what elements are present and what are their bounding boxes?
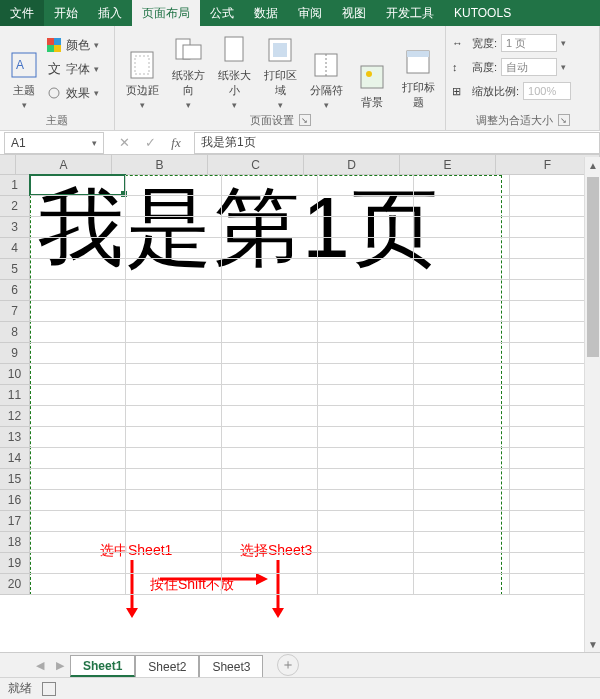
background-button[interactable]: 背景 bbox=[351, 30, 393, 110]
effects-icon bbox=[46, 85, 62, 101]
sheet-tab-3[interactable]: Sheet3 bbox=[199, 655, 263, 677]
scale-icon: ⊞ bbox=[452, 85, 468, 98]
svg-rect-16 bbox=[361, 66, 383, 88]
tab-view[interactable]: 视图 bbox=[332, 0, 376, 26]
row-header-3[interactable]: 3 bbox=[0, 217, 30, 238]
svg-rect-11 bbox=[225, 37, 243, 61]
print-titles-button[interactable]: 打印标题 bbox=[397, 30, 439, 110]
row-header-14[interactable]: 14 bbox=[0, 448, 30, 469]
sheet-tab-bar: ◀ ▶ Sheet1 Sheet2 Sheet3 ＋ bbox=[0, 652, 600, 677]
margins-button[interactable]: 页边距▾ bbox=[121, 30, 163, 110]
fx-icon[interactable]: fx bbox=[166, 135, 186, 151]
cells-area[interactable]: 我是第1页 选中Sheet1 选择Sheet3 按住Shift不放 bbox=[30, 175, 600, 595]
fonts-button[interactable]: 文字体▾ bbox=[46, 58, 99, 80]
name-box[interactable]: A1▾ bbox=[4, 132, 104, 154]
width-field[interactable]: 1 页 bbox=[501, 34, 557, 52]
themes-icon: A bbox=[8, 49, 40, 81]
row-header-6[interactable]: 6 bbox=[0, 280, 30, 301]
effects-button[interactable]: 效果▾ bbox=[46, 82, 99, 104]
row-header-9[interactable]: 9 bbox=[0, 343, 30, 364]
chevron-down-icon: ▾ bbox=[324, 100, 329, 110]
tab-file[interactable]: 文件 bbox=[0, 0, 44, 26]
width-icon: ↔ bbox=[452, 37, 468, 49]
themes-label: 主题 bbox=[13, 83, 35, 98]
svg-rect-10 bbox=[183, 45, 201, 59]
row-header-2[interactable]: 2 bbox=[0, 196, 30, 217]
chevron-down-icon: ▾ bbox=[561, 38, 566, 48]
row-header-8[interactable]: 8 bbox=[0, 322, 30, 343]
vertical-scrollbar[interactable]: ▲ ▼ bbox=[584, 157, 600, 652]
grid-area: ABCDEF 1234567891011121314151617181920 我… bbox=[0, 155, 600, 652]
cancel-icon[interactable]: ✕ bbox=[114, 135, 134, 150]
scroll-thumb[interactable] bbox=[587, 177, 599, 357]
row-header-13[interactable]: 13 bbox=[0, 427, 30, 448]
select-all-corner[interactable] bbox=[0, 155, 16, 175]
colors-icon bbox=[46, 37, 62, 53]
row-headers: 1234567891011121314151617181920 bbox=[0, 175, 30, 595]
row-header-19[interactable]: 19 bbox=[0, 553, 30, 574]
print-titles-icon bbox=[402, 46, 434, 78]
size-button[interactable]: 纸张大小▾ bbox=[213, 30, 255, 110]
chevron-down-icon: ▾ bbox=[232, 100, 237, 110]
chevron-down-icon: ▾ bbox=[561, 62, 566, 72]
dialog-launcher[interactable]: ↘ bbox=[299, 114, 311, 126]
row-header-11[interactable]: 11 bbox=[0, 385, 30, 406]
group-label-scale: 调整为合适大小 bbox=[476, 113, 553, 128]
tab-data[interactable]: 数据 bbox=[244, 0, 288, 26]
scroll-up-icon[interactable]: ▲ bbox=[585, 157, 600, 173]
breaks-button[interactable]: 分隔符▾ bbox=[305, 30, 347, 110]
group-page-setup: 页边距▾ 纸张方向▾ 纸张大小▾ 打印区域▾ 分隔符▾ 背景 打印标题 页面设置… bbox=[115, 26, 446, 130]
tab-page-layout[interactable]: 页面布局 bbox=[132, 0, 200, 26]
row-header-20[interactable]: 20 bbox=[0, 574, 30, 595]
svg-rect-5 bbox=[54, 45, 61, 52]
chevron-down-icon: ▾ bbox=[92, 138, 97, 148]
themes-button[interactable]: A 主题 ▾ bbox=[6, 30, 42, 110]
chevron-down-icon: ▾ bbox=[94, 88, 99, 98]
svg-rect-3 bbox=[54, 38, 61, 45]
tab-kutools[interactable]: KUTOOLS bbox=[444, 0, 521, 26]
row-header-10[interactable]: 10 bbox=[0, 364, 30, 385]
svg-rect-14 bbox=[315, 54, 337, 76]
group-scale: ↔宽度:1 页▾ ↕高度:自动▾ ⊞缩放比例:100% 调整为合适大小↘ bbox=[446, 26, 600, 130]
height-field[interactable]: 自动 bbox=[501, 58, 557, 76]
row-header-4[interactable]: 4 bbox=[0, 238, 30, 259]
print-area-icon bbox=[264, 34, 296, 66]
row-header-5[interactable]: 5 bbox=[0, 259, 30, 280]
row-header-15[interactable]: 15 bbox=[0, 469, 30, 490]
orientation-button[interactable]: 纸张方向▾ bbox=[167, 30, 209, 110]
sheet-tab-1[interactable]: Sheet1 bbox=[70, 655, 135, 677]
tab-home[interactable]: 开始 bbox=[44, 0, 88, 26]
formula-bar: A1▾ ✕ ✓ fx 我是第1页 bbox=[0, 131, 600, 155]
print-area-button[interactable]: 打印区域▾ bbox=[259, 30, 301, 110]
sheet-nav-prev[interactable]: ◀ bbox=[30, 659, 50, 672]
scroll-down-icon[interactable]: ▼ bbox=[585, 636, 600, 652]
colors-button[interactable]: 颜色▾ bbox=[46, 34, 99, 56]
background-icon bbox=[356, 61, 388, 93]
add-sheet-button[interactable]: ＋ bbox=[277, 654, 299, 676]
scale-field[interactable]: 100% bbox=[523, 82, 571, 100]
formula-input[interactable]: 我是第1页 bbox=[194, 132, 600, 154]
status-ready: 就绪 bbox=[8, 680, 32, 697]
row-header-7[interactable]: 7 bbox=[0, 301, 30, 322]
row-header-1[interactable]: 1 bbox=[0, 175, 30, 196]
row-header-12[interactable]: 12 bbox=[0, 406, 30, 427]
svg-rect-4 bbox=[47, 45, 54, 52]
annotation-select-sheet1: 选中Sheet1 bbox=[100, 542, 172, 560]
tab-formulas[interactable]: 公式 bbox=[200, 0, 244, 26]
enter-icon[interactable]: ✓ bbox=[140, 135, 160, 150]
row-header-18[interactable]: 18 bbox=[0, 532, 30, 553]
tab-insert[interactable]: 插入 bbox=[88, 0, 132, 26]
tab-review[interactable]: 审阅 bbox=[288, 0, 332, 26]
svg-rect-7 bbox=[131, 52, 153, 78]
row-header-17[interactable]: 17 bbox=[0, 511, 30, 532]
svg-rect-13 bbox=[273, 43, 287, 57]
row-header-16[interactable]: 16 bbox=[0, 490, 30, 511]
sheet-nav-next[interactable]: ▶ bbox=[50, 659, 70, 672]
sheet-tab-2[interactable]: Sheet2 bbox=[135, 655, 199, 677]
svg-marker-23 bbox=[256, 573, 268, 585]
height-icon: ↕ bbox=[452, 61, 468, 73]
macro-record-icon[interactable] bbox=[42, 682, 56, 696]
dialog-launcher[interactable]: ↘ bbox=[558, 114, 570, 126]
tab-developer[interactable]: 开发工具 bbox=[376, 0, 444, 26]
svg-rect-19 bbox=[407, 51, 429, 57]
